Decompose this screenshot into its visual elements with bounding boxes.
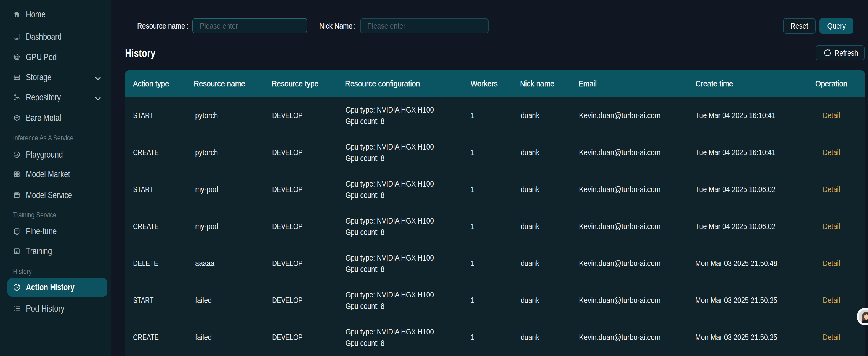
svg-text:3: 3 xyxy=(14,310,15,312)
